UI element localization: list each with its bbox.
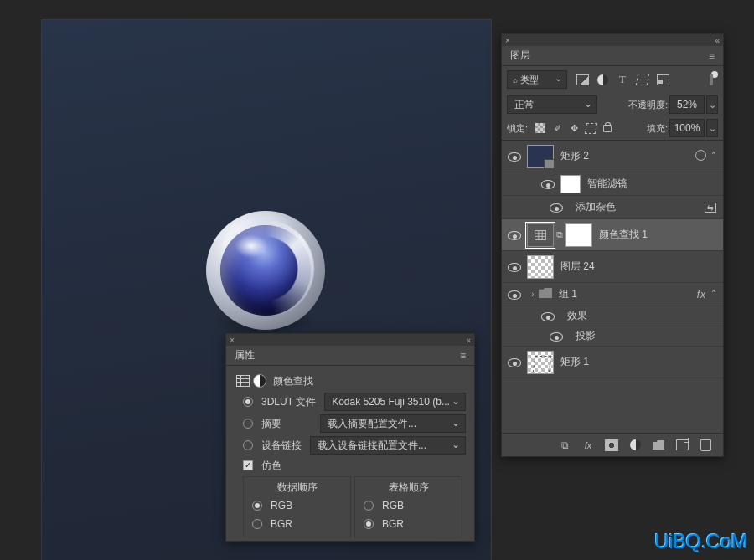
eye-icon[interactable] <box>508 231 521 239</box>
panel-menu-icon[interactable]: ≡ <box>460 350 466 362</box>
data-order-title: 数据顺序 <box>244 477 350 496</box>
lut-grid-icon[interactable] <box>235 373 251 388</box>
checkbox-dither[interactable] <box>243 460 253 470</box>
filter-adjustment-icon[interactable] <box>594 72 611 87</box>
layers-panel-footer: ⧉ <box>502 433 723 456</box>
radio-table-order-rgb[interactable] <box>364 501 374 511</box>
new-layer-icon[interactable] <box>673 438 691 453</box>
table-order-group: 表格顺序 RGB BGR <box>354 476 462 537</box>
effects-label: 效果 <box>567 309 716 323</box>
label-dither: 仿色 <box>261 459 281 473</box>
properties-panel-title: 属性 <box>235 348 255 362</box>
layer-mask-thumb[interactable] <box>566 223 592 247</box>
effect-name[interactable]: 投影 <box>576 329 716 343</box>
dropdown-3dlut-file[interactable]: Kodak 5205 Fuji 3510 (b... <box>324 393 466 411</box>
chevron-right-icon[interactable]: › <box>527 290 539 299</box>
filter-toggle-icon[interactable] <box>710 72 718 87</box>
fx-badge[interactable]: fx <box>697 289 706 301</box>
radio-abstract[interactable] <box>243 419 253 429</box>
layer-row-rect1[interactable]: 矩形 1 <box>502 347 723 378</box>
lock-all-icon[interactable] <box>600 121 615 136</box>
opacity-label[interactable]: 不透明度: <box>628 99 668 111</box>
layer-thumb[interactable] <box>527 351 554 374</box>
dropdown-abstract-profile[interactable]: 载入摘要配置文件... <box>320 414 466 433</box>
layer-row-effects[interactable]: 效果 <box>502 306 723 326</box>
collapse-icon[interactable]: « <box>466 336 471 345</box>
layer-row-group1[interactable]: › 组 1 fx ˄ <box>502 283 723 306</box>
label-abstract: 摘要 <box>261 417 312 431</box>
layer-thumb[interactable] <box>527 255 554 279</box>
chevron-up-icon[interactable]: ˄ <box>711 289 716 300</box>
lock-transparency-icon[interactable] <box>533 121 548 136</box>
collapse-icon[interactable]: « <box>715 36 720 45</box>
add-mask-icon[interactable] <box>602 438 621 453</box>
layer-row-add-noise[interactable]: 添加杂色 ⇆ <box>502 196 723 219</box>
layer-row-layer24[interactable]: 图层 24 <box>502 251 723 283</box>
watermark: UiBQ.CoM <box>654 530 747 553</box>
label-device-link: 设备链接 <box>261 439 302 453</box>
layer-name[interactable]: 图层 24 <box>560 259 716 274</box>
filter-shape-icon[interactable] <box>634 72 651 87</box>
layer-name[interactable]: 组 1 <box>559 287 697 301</box>
eye-icon[interactable] <box>550 332 563 340</box>
fill-dropdown-icon[interactable] <box>706 119 718 137</box>
link-icon[interactable]: ⧉ <box>554 229 566 240</box>
radio-data-order-rgb[interactable] <box>252 501 262 511</box>
layer-name[interactable]: 颜色查找 1 <box>599 228 716 242</box>
radio-table-order-bgr[interactable] <box>364 519 374 529</box>
layer-row-drop-shadow[interactable]: 投影 <box>502 326 723 347</box>
smart-filter-badge-icon[interactable] <box>695 150 706 163</box>
close-icon[interactable]: × <box>505 36 510 45</box>
layer-type-filter[interactable]: ⌕ 类型 <box>507 70 567 89</box>
lock-artboard-icon[interactable] <box>583 121 598 136</box>
radio-data-order-bgr[interactable] <box>252 519 262 529</box>
panel-menu-icon[interactable]: ≡ <box>709 50 715 62</box>
eye-icon[interactable] <box>508 263 521 270</box>
eye-icon[interactable] <box>508 358 521 366</box>
label-3dlut: 3DLUT 文件 <box>261 395 316 409</box>
layer-row-smart-filters[interactable]: 智能滤镜 <box>502 172 723 196</box>
filter-pixel-icon[interactable] <box>574 72 591 87</box>
blend-mode-dropdown[interactable]: 正常 <box>507 95 597 114</box>
layer-row-color-lookup[interactable]: ⧉ 颜色查找 1 <box>502 219 723 251</box>
chevron-up-icon[interactable]: ˄ <box>711 151 716 162</box>
eye-icon[interactable] <box>541 312 555 320</box>
eye-icon[interactable] <box>508 290 521 298</box>
layer-row-rect2[interactable]: 矩形 2 ˄ <box>502 141 723 172</box>
filter-mask-thumb[interactable] <box>560 175 581 193</box>
layer-thumb[interactable] <box>527 145 554 168</box>
adjustment-thumb[interactable] <box>527 223 554 247</box>
delete-layer-icon[interactable] <box>696 438 715 453</box>
eye-icon[interactable] <box>541 180 555 188</box>
adjustment-name: 颜色查找 <box>273 374 313 388</box>
lock-pixels-icon[interactable] <box>550 121 565 136</box>
filter-type-icon[interactable] <box>614 72 631 87</box>
dropdown-device-link[interactable]: 载入设备链接配置文件... <box>310 436 466 455</box>
eye-icon[interactable] <box>550 203 563 211</box>
lock-position-icon[interactable] <box>566 121 581 136</box>
opacity-value[interactable]: 52% <box>669 95 705 114</box>
c4d-sphere-icon <box>206 211 325 330</box>
filter-options-icon[interactable]: ⇆ <box>705 203 716 213</box>
filter-name[interactable]: 添加杂色 <box>576 200 705 214</box>
fill-label[interactable]: 填充: <box>647 122 668 135</box>
layer-style-icon[interactable] <box>579 438 597 453</box>
filter-smartobj-icon[interactable] <box>654 72 671 87</box>
new-group-icon[interactable] <box>649 438 668 453</box>
radio-3dlut[interactable] <box>243 397 253 407</box>
lock-label: 锁定: <box>507 122 528 135</box>
layer-name[interactable]: 矩形 1 <box>560 355 716 369</box>
folder-icon <box>539 288 552 301</box>
mask-toggle-icon[interactable] <box>251 373 268 388</box>
eye-icon[interactable] <box>508 152 521 160</box>
layer-name[interactable]: 矩形 2 <box>560 149 695 163</box>
close-icon[interactable]: × <box>230 336 235 345</box>
fill-value[interactable]: 100% <box>669 119 705 137</box>
radio-device-link[interactable] <box>243 440 253 450</box>
link-layers-icon[interactable]: ⧉ <box>555 438 574 453</box>
layer-tree: 矩形 2 ˄ 智能滤镜 添加杂色 ⇆ <box>502 140 723 433</box>
properties-panel: × « 属性 ≡ 颜色查找 3DLUT 文件 Kodak 5205 Fuji 3… <box>225 333 475 542</box>
smart-filters-label: 智能滤镜 <box>587 177 716 191</box>
add-adjustment-icon[interactable] <box>626 438 644 453</box>
opacity-dropdown-icon[interactable] <box>706 95 718 114</box>
